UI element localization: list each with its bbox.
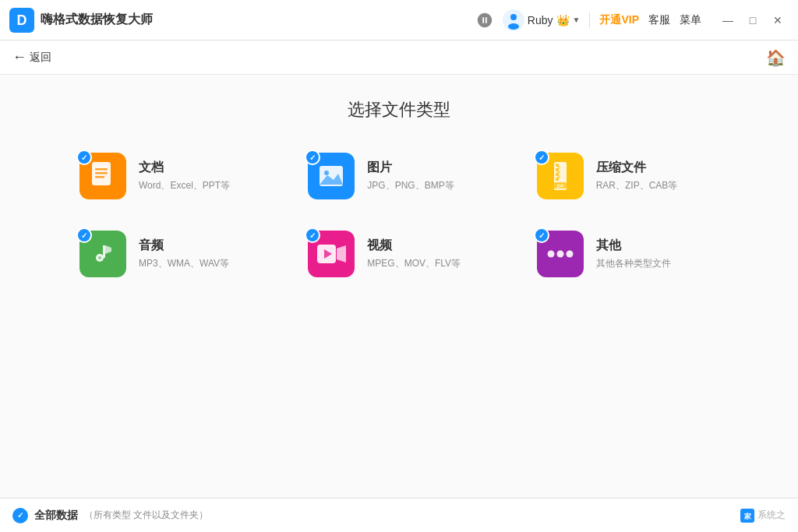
svg-marker-29 [337,245,346,262]
maximize-button[interactable]: □ [742,9,764,31]
all-data-label: 全部数据 [34,509,78,523]
svg-point-24 [98,256,101,259]
title-bar: D 嗨格式数据恢复大师 Ruby 👑 ▼ 开通VIP 客服 菜单 — □ [0,0,798,41]
svg-text:D: D [17,12,27,28]
svg-point-3 [510,14,517,20]
svg-point-31 [556,251,563,258]
svg-text:ZIP: ZIP [556,184,563,188]
separator [589,12,590,28]
dropdown-arrow-icon[interactable]: ▼ [573,16,581,24]
close-button[interactable]: ✕ [767,9,789,31]
video-file-icon [316,242,346,266]
svg-point-30 [547,251,554,258]
page-title: 选择文件类型 [348,98,450,122]
home-icon[interactable]: 🏠 [766,48,786,67]
audio-file-icon [90,241,116,267]
menu-button[interactable]: 菜单 [680,13,701,27]
svg-rect-20 [557,175,560,178]
file-type-other[interactable]: 其他 其他各种类型文件 [537,231,719,277]
title-bar-right: Ruby 👑 ▼ 开通VIP 客服 菜单 — □ ✕ [476,9,789,31]
file-type-img[interactable]: 图片 JPG、PNG、BMP等 [308,153,489,199]
doc-file-icon [90,162,115,190]
back-label: 返回 [30,51,51,65]
audio-info: 音频 MP3、WMA、WAV等 [139,238,261,270]
app-logo-icon: D [9,8,34,33]
zip-desc: RAR、ZIP、CAB等 [596,179,719,192]
watermark-icon: 家 [740,509,754,523]
minimize-button[interactable]: — [717,9,739,31]
crown-icon: 👑 [556,14,570,26]
check-badge-zip [534,150,549,165]
svg-point-11 [324,171,329,175]
all-check-badge [12,508,28,523]
user-name: Ruby [528,14,553,26]
check-badge-other [534,227,549,243]
watermark-text: 系统之 [757,509,786,522]
img-info: 图片 JPG、PNG、BMP等 [367,160,489,192]
service-button[interactable]: 客服 [648,13,670,27]
doc-name: 文档 [139,160,261,176]
other-file-icon [547,248,574,259]
other-desc: 其他各种类型文件 [596,257,719,270]
user-avatar-icon [503,9,524,31]
zip-name: 压缩文件 [596,160,719,176]
app-title: 嗨格式数据恢复大师 [41,12,153,28]
doc-info: 文档 Word、Excel、PPT等 [139,160,261,192]
window-controls: — □ ✕ [717,9,789,31]
zip-info: 压缩文件 RAR、ZIP、CAB等 [596,160,719,192]
bottom-bar: 全部数据 （所有类型 文件以及文件夹） 家 系统之 [0,498,798,532]
file-type-doc[interactable]: 文档 Word、Excel、PPT等 [79,153,261,199]
img-file-icon [318,163,344,189]
all-data-desc: （所有类型 文件以及文件夹） [84,509,208,522]
back-button[interactable]: ← 返回 [12,49,51,65]
watermark: 家 系统之 [740,509,786,523]
file-type-video[interactable]: 视频 MPEG、MOV、FLV等 [308,231,489,277]
svg-text:家: 家 [744,512,752,520]
tool1-icon[interactable] [476,12,493,29]
audio-desc: MP3、WMA、WAV等 [139,257,261,270]
svg-point-32 [566,251,573,258]
zip-file-icon: ZIP [549,162,571,190]
svg-point-4 [508,23,519,30]
svg-rect-8 [95,172,108,174]
svg-rect-19 [557,171,560,174]
svg-rect-18 [557,166,560,169]
svg-marker-26 [105,245,111,254]
svg-rect-9 [95,176,104,178]
all-data-section[interactable]: 全部数据 （所有类型 文件以及文件夹） [12,508,208,523]
svg-rect-25 [103,245,105,258]
app-logo-section: D 嗨格式数据恢复大师 [9,8,476,33]
nav-bar: ← 返回 🏠 [0,41,798,75]
file-type-audio[interactable]: 音频 MP3、WMA、WAV等 [79,231,261,277]
file-types-grid: 文档 Word、Excel、PPT等 图片 JPG、PNG、BMP等 [79,153,719,277]
main-content: 选择文件类型 文档 Word、Excel、PPT等 [0,75,798,498]
back-arrow-icon: ← [12,49,26,65]
audio-name: 音频 [139,238,261,254]
doc-desc: Word、Excel、PPT等 [139,179,261,192]
check-badge-audio [76,227,92,243]
video-info: 视频 MPEG、MOV、FLV等 [367,238,489,270]
other-name: 其他 [596,238,719,254]
user-section[interactable]: Ruby 👑 ▼ [503,9,581,31]
file-type-zip[interactable]: ZIP 压缩文件 RAR、ZIP、CAB等 [537,153,719,199]
video-name: 视频 [367,238,489,254]
img-desc: JPG、PNG、BMP等 [367,179,489,192]
svg-rect-7 [95,168,108,171]
check-badge-doc [76,150,92,165]
video-desc: MPEG、MOV、FLV等 [367,257,489,270]
vip-button[interactable]: 开通VIP [599,13,639,27]
other-info: 其他 其他各种类型文件 [596,238,719,270]
img-name: 图片 [367,160,489,176]
